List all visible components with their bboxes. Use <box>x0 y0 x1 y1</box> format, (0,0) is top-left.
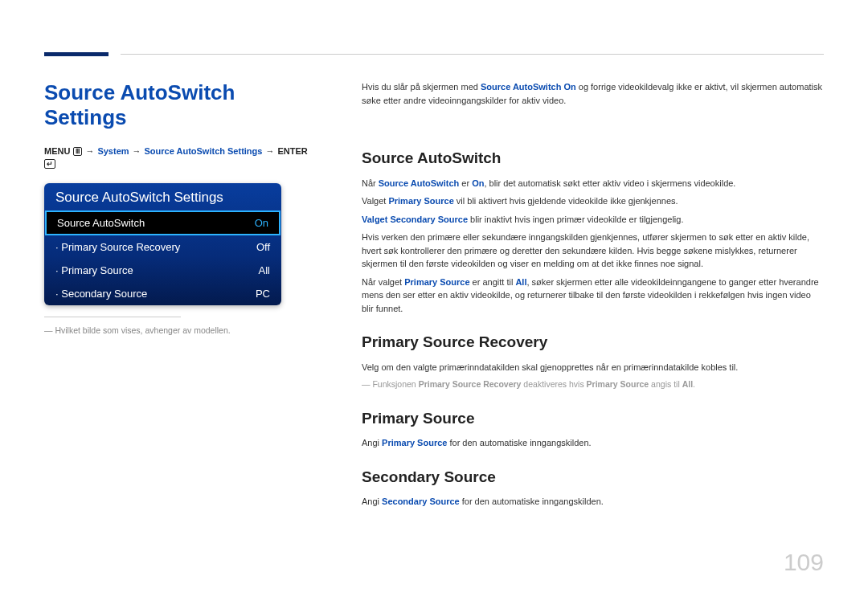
para: Velg om den valgte primærinndatakilden s… <box>362 361 824 374</box>
row-label: Primary Source Recovery <box>55 241 180 253</box>
para: Valget Primary Source vil bli aktivert h… <box>362 194 824 208</box>
heading-primary-source: Primary Source <box>362 407 824 431</box>
enter-icon <box>44 159 55 169</box>
heading-primary-recovery: Primary Source Recovery <box>362 331 824 354</box>
row-label: Secondary Source <box>55 288 147 300</box>
row-value: Off <box>256 241 270 253</box>
panel-row-source-autoswitch[interactable]: Source AutoSwitch On <box>45 210 280 235</box>
accent-bar <box>44 52 108 56</box>
para: Angi Secondary Source for den automatisk… <box>362 495 824 509</box>
row-value: PC <box>256 288 270 300</box>
panel-row-primary-recovery[interactable]: Primary Source Recovery Off <box>44 235 281 259</box>
settings-panel: Source AutoSwitch Settings Source AutoSw… <box>44 183 281 305</box>
path-settings: Source AutoSwitch Settings <box>145 146 263 156</box>
heading-secondary-source: Secondary Source <box>362 466 824 489</box>
row-label: Primary Source <box>55 264 133 276</box>
heading-source-autoswitch: Source AutoSwitch <box>362 147 824 170</box>
right-column: Hvis du slår på skjermen med Source Auto… <box>362 80 824 513</box>
row-value: All <box>259 264 270 276</box>
panel-title: Source AutoSwitch Settings <box>44 183 281 210</box>
row-label: Source AutoSwitch <box>57 217 145 229</box>
top-rule <box>121 54 824 55</box>
page-title: Source AutoSwitch Settings <box>44 80 321 130</box>
divider <box>44 317 181 317</box>
enter-label: ENTER <box>277 146 307 156</box>
arrow-icon: → <box>85 146 94 156</box>
footnote: Hvilket bilde som vises, avhenger av mod… <box>44 325 321 335</box>
page-number: 109 <box>784 549 824 576</box>
panel-row-primary-source[interactable]: Primary Source All <box>44 259 281 282</box>
para: Når Source AutoSwitch er On, blir det au… <box>362 177 824 190</box>
para: Valget Secondary Source blir inaktivt hv… <box>362 213 824 227</box>
left-column: Source AutoSwitch Settings MENU → System… <box>44 80 321 335</box>
menu-icon <box>73 147 82 156</box>
intro-para: Hvis du slår på skjermen med Source Auto… <box>362 80 824 107</box>
panel-row-secondary-source[interactable]: Secondary Source PC <box>44 282 281 305</box>
note: Funksjonen Primary Source Recovery deakt… <box>362 378 824 391</box>
path-system: System <box>97 146 129 156</box>
para: Angi Primary Source for den automatiske … <box>362 436 824 450</box>
para: Når valget Primary Source er angitt til … <box>362 276 824 316</box>
para: Hvis verken den primære eller sekundære … <box>362 231 824 271</box>
arrow-icon: → <box>265 146 274 156</box>
row-value: On <box>255 217 268 229</box>
menu-path: MENU → System → Source AutoSwitch Settin… <box>44 146 321 169</box>
arrow-icon: → <box>133 146 141 156</box>
menu-label: MENU <box>44 146 70 156</box>
